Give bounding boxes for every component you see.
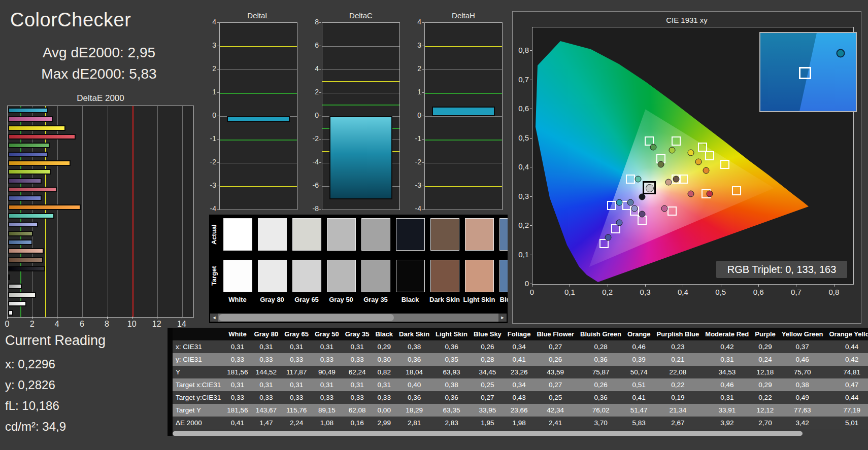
axis-tick	[107, 317, 108, 319]
deltae-bar-gray-35	[8, 274, 10, 280]
cell-purplish-blue-y: 0,21	[654, 353, 703, 366]
row-label: ΔE 2000	[173, 417, 224, 429]
target-swatch-gray-80[interactable]	[258, 260, 287, 292]
axis-tick	[217, 209, 219, 210]
axis-label: 0,4	[678, 288, 688, 296]
actual-swatch-black[interactable]	[396, 218, 425, 251]
scroll-left-arrow-icon[interactable]: ◄	[210, 314, 218, 322]
target-square-red	[732, 186, 741, 195]
target-square-yellow-green	[672, 136, 681, 146]
cell-purple-tx: 0,29	[752, 378, 778, 391]
axis-tick	[530, 225, 532, 226]
cell-black-de: 2,99	[372, 417, 396, 429]
cell-bluish-green-Y: 75,87	[577, 366, 624, 378]
target-swatch-gray-50[interactable]	[327, 260, 356, 292]
cell-blue-flower-x: 0,27	[533, 340, 577, 353]
deltah-chart: DeltaH 43210-1-2-3-4	[407, 11, 503, 224]
actual-swatch-dark-skin[interactable]	[430, 218, 459, 251]
cell-purple-de: 2,70	[752, 417, 778, 429]
target-swatch-white[interactable]	[223, 260, 252, 292]
deltae-bar-foliage	[8, 231, 33, 236]
axis-label: 0,1	[513, 250, 529, 259]
cell-moderate-red-tx: 0,46	[702, 378, 752, 391]
cell-foliage-y: 0,41	[505, 353, 534, 366]
measured-point-blue	[605, 234, 611, 241]
cell-gray-65-x: 0,31	[281, 340, 312, 353]
cell-black-ty: 0,33	[372, 391, 396, 404]
table-scrollbar[interactable]	[173, 431, 803, 436]
axis-label: 1	[407, 88, 421, 96]
cell-dark-skin-Y: 18,04	[396, 366, 432, 378]
target-square-yellow	[698, 143, 707, 152]
actual-swatch-white[interactable]	[223, 218, 252, 251]
target-swatch-gray-35[interactable]	[361, 260, 390, 292]
target-swatch-black[interactable]	[396, 260, 425, 292]
axis-tick	[217, 92, 219, 93]
axis-tick	[796, 285, 796, 287]
cell-light-skin-tx: 0,38	[432, 378, 471, 391]
actual-swatch-blue-sky[interactable]	[499, 218, 508, 251]
cell-light-skin-Y: 63,93	[432, 366, 471, 378]
scroll-right-arrow-icon[interactable]: ►	[498, 314, 507, 322]
target-swatch-light-skin[interactable]	[465, 260, 494, 292]
cell-purple-y: 0,24	[752, 353, 778, 366]
row-label: Target x:CIE31	[173, 378, 224, 391]
actual-swatch-gray-65[interactable]	[292, 218, 321, 251]
actual-row-label: Actual	[210, 218, 221, 251]
deltae2000-chart-title: DeltaE 2000	[7, 93, 194, 103]
cell-blue-sky-tx: 0,25	[471, 378, 505, 391]
axis-tick	[319, 46, 321, 46]
cell-dark-skin-x: 0,38	[396, 340, 432, 353]
colorchecker-app: ColorChecker Avg dE2000: 2,95 Max dE2000…	[0, 0, 868, 450]
target-swatch-gray-65[interactable]	[292, 260, 321, 292]
measured-point-green	[650, 144, 656, 150]
target-swatch-blue-sky[interactable]	[499, 260, 508, 292]
reference-line	[425, 186, 502, 187]
cell-bluish-green-de: 3,70	[577, 417, 624, 429]
reference-line	[220, 186, 297, 187]
cell-moderate-red-y: 0,31	[702, 353, 752, 366]
deltae-bar-light-skin	[8, 248, 44, 254]
axis-label: 1	[202, 88, 216, 96]
cell-orange-de: 5,83	[624, 417, 654, 429]
axis-label: 0,7	[513, 75, 529, 84]
target-swatch-dark-skin[interactable]	[430, 260, 459, 292]
scrollbar-thumb[interactable]	[219, 314, 394, 321]
deltae-bar-orange	[8, 204, 81, 210]
cell-blue-sky-tY: 33,95	[471, 404, 505, 417]
swatch-comparison-panel: Actual Target WhiteGray 80Gray 65Gray 50…	[209, 215, 508, 323]
axis-label: 3	[202, 41, 216, 49]
table-row-y: Y181,56144,52117,8790,4962,240,8218,0463…	[173, 366, 868, 378]
axis-label: 4	[305, 64, 319, 73]
reference-line	[220, 46, 297, 47]
actual-swatch-gray-50[interactable]	[327, 218, 356, 251]
cell-moderate-red-Y: 34,53	[702, 366, 752, 378]
cell-orange-Y: 50,74	[624, 366, 654, 378]
cell-gray-65-tx: 0,31	[281, 378, 312, 391]
cell-white-ty: 0,33	[224, 391, 251, 404]
actual-swatch-gray-35[interactable]	[361, 218, 390, 251]
measured-point-cyan	[616, 199, 623, 206]
axis-tick	[217, 139, 219, 140]
axis-label: 0	[513, 279, 529, 288]
actual-swatch-gray-80[interactable]	[258, 218, 287, 251]
axis-tick	[217, 46, 219, 46]
cell-purplish-blue-x: 0,23	[654, 340, 703, 353]
swatch-label-gray-80: Gray 80	[255, 296, 289, 303]
selected-patch-marker	[643, 181, 656, 194]
measured-point-yellow	[688, 150, 694, 156]
cell-orange-x: 0,46	[624, 340, 654, 353]
cell-foliage-ty: 0,43	[505, 391, 534, 404]
column-header-yellow-green: Yellow Green	[779, 328, 826, 340]
cell-light-skin-de: 2,83	[432, 417, 471, 429]
cell-gray-50-x: 0,31	[312, 340, 342, 353]
cell-blue-sky-Y: 34,45	[471, 366, 505, 378]
axis-label: 0,8	[828, 288, 839, 296]
axis-label: 0	[202, 111, 216, 119]
column-header-gray-80: Gray 80	[251, 328, 282, 340]
swatch-scrollbar[interactable]: ◄ ►	[210, 314, 507, 322]
cell-light-skin-x: 0,36	[432, 340, 471, 353]
cell-blue-sky-x: 0,26	[471, 340, 505, 353]
cell-blue-flower-ty: 0,25	[533, 391, 577, 404]
actual-swatch-light-skin[interactable]	[465, 218, 494, 251]
